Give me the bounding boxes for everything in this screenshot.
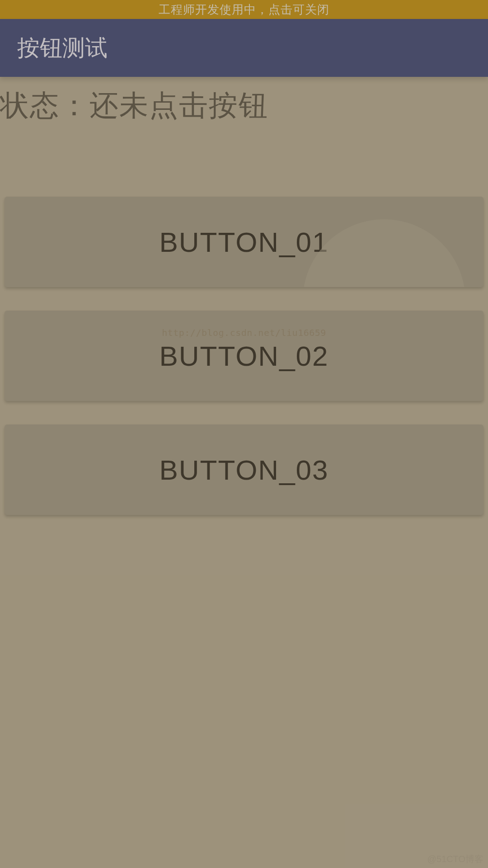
dev-banner-text: 工程师开发使用中，点击可关闭 [159,2,329,18]
app-bar: 按钮测试 [0,19,488,77]
watermark-center: http://blog.csdn.net/liu16659 [162,327,326,338]
button-label: BUTTON_01 [159,226,328,258]
button-label: BUTTON_03 [159,454,328,486]
app-bar-title: 按钮测试 [17,33,108,63]
watermark-corner: @51CTO博客 [427,853,483,865]
button-02[interactable]: BUTTON_02 [5,311,483,401]
dev-banner[interactable]: 工程师开发使用中，点击可关闭 [0,0,488,19]
button-label: BUTTON_02 [159,340,328,372]
status-text: 状态：还未点击按钮 [0,77,488,125]
button-container: BUTTON_01 BUTTON_02 BUTTON_03 [0,125,488,515]
button-03[interactable]: BUTTON_03 [5,425,483,515]
button-01[interactable]: BUTTON_01 [5,197,483,287]
